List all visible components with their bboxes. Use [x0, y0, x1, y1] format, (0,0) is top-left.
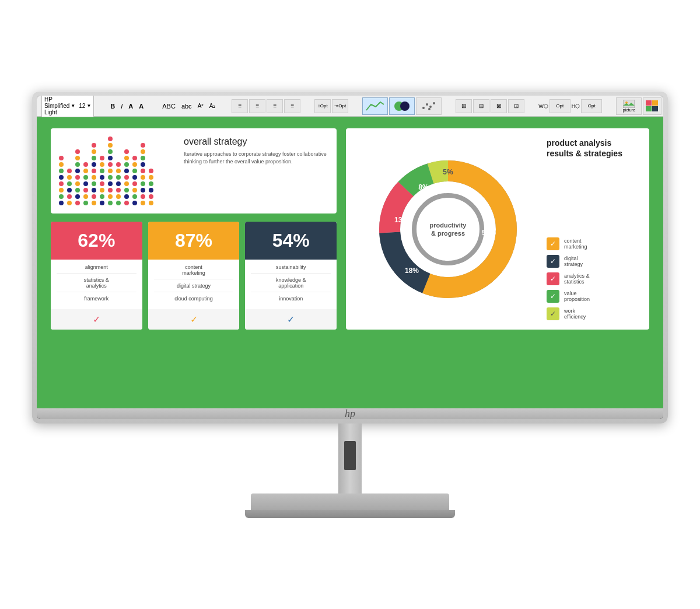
- dot: [116, 175, 121, 180]
- dot: [108, 201, 113, 205]
- layout2-icon[interactable]: ⊟: [473, 99, 489, 113]
- dot: [116, 169, 121, 173]
- monitor-chin: hp: [37, 408, 663, 419]
- layout1-icon[interactable]: ⊞: [456, 99, 472, 113]
- italic-button[interactable]: I: [118, 102, 125, 111]
- legend-item-2: ✓ digitalstrategy: [547, 255, 640, 268]
- align-left-icon[interactable]: ≡: [232, 99, 248, 113]
- dot: [100, 169, 104, 173]
- monitor-frame: HP Simplified Light ▼ 12 ▼ B I A A ABC a…: [32, 91, 668, 424]
- width-input[interactable]: Opt: [550, 99, 570, 113]
- size-arrow[interactable]: ▼: [86, 103, 91, 108]
- legend-icon-2: ✓: [547, 255, 559, 268]
- case-group: ABC abc A² A₂: [160, 102, 218, 111]
- layout4-icon[interactable]: ⊡: [508, 99, 524, 113]
- dot: [83, 188, 88, 192]
- dot: [59, 175, 64, 180]
- legend-label-3: analytics &statistics: [564, 273, 590, 285]
- stat-item-3-1: sustainability: [251, 264, 331, 274]
- dot: [141, 162, 145, 167]
- picture-icon[interactable]: picture: [616, 97, 642, 115]
- height-input[interactable]: Opt: [581, 99, 602, 113]
- font-a2-button[interactable]: A: [136, 102, 146, 111]
- monitor-stand-base: [251, 494, 449, 510]
- dot: [141, 188, 145, 192]
- align-right-icon[interactable]: ≡: [267, 99, 283, 113]
- dot: [108, 194, 113, 199]
- svg-point-2: [422, 107, 425, 109]
- abc-button[interactable]: ABC: [160, 102, 178, 111]
- height-label: H⬡: [572, 103, 580, 109]
- dot: [92, 149, 96, 154]
- dot: [75, 201, 80, 205]
- font-a1-button[interactable]: A: [126, 102, 135, 111]
- svg-rect-7: [623, 100, 635, 108]
- dot-col-5: [100, 156, 104, 205]
- dot: [83, 175, 88, 180]
- dot-col-11: [149, 169, 153, 205]
- legend-label-5: workefficiency: [564, 308, 586, 320]
- svg-point-6: [428, 108, 430, 110]
- label-8: 8%: [418, 183, 429, 191]
- line-chart-icon[interactable]: [362, 97, 388, 115]
- stat-check-2: ✓: [148, 309, 240, 330]
- size-group: W⬡ Opt H⬡ Opt: [538, 99, 602, 113]
- abc2-button[interactable]: abc: [179, 102, 194, 111]
- stat-card-1: 62% alignment statistics &analytics fram…: [51, 222, 142, 330]
- dot: [75, 162, 80, 167]
- layout3-icon[interactable]: ⊠: [491, 99, 507, 113]
- dot: [67, 175, 72, 180]
- layout-group: ⊞ ⊟ ⊠ ⊡: [456, 99, 524, 113]
- legend-label-2: digitalstrategy: [564, 256, 583, 267]
- dot: [132, 194, 137, 199]
- dot: [92, 162, 96, 167]
- subscript-button[interactable]: A₂: [207, 102, 218, 110]
- indent-icon[interactable]: ⇥Opt: [332, 99, 348, 113]
- bold-button[interactable]: B: [108, 102, 117, 111]
- stat-item-2-2: digital strategy: [154, 283, 234, 292]
- align-center-icon[interactable]: ≡: [249, 99, 265, 113]
- toolbar-row1: HP Simplified Light ▼ 12 ▼ B I A A ABC a…: [37, 96, 663, 117]
- dot-col-1: [67, 169, 72, 205]
- dot: [108, 188, 113, 192]
- color-grid-icon[interactable]: [643, 97, 662, 115]
- dot: [59, 201, 64, 205]
- dot: [149, 194, 153, 199]
- line-spacing-icon[interactable]: ↕Opt: [314, 99, 331, 113]
- grid-icon[interactable]: ⊞: [663, 97, 663, 115]
- stat-item-3-3: innovation: [251, 296, 331, 304]
- strategy-card: overall strategy Iterative approaches to…: [51, 128, 337, 214]
- svg-point-4: [429, 106, 432, 108]
- dot-col-9: [132, 156, 137, 205]
- stat-card-3: 54% sustainability knowledge &applicatio…: [245, 222, 337, 330]
- dot: [149, 181, 153, 186]
- dot: [83, 162, 88, 167]
- dropdown-arrow[interactable]: ▼: [71, 103, 75, 108]
- media-group: picture ⊞ ⎘: [616, 97, 663, 115]
- legend-items: ✓ contentmarketing ✓ digitalstrategy ✓ a: [547, 237, 640, 320]
- toggle-icon[interactable]: [389, 97, 415, 115]
- superscript-button[interactable]: A²: [195, 102, 206, 110]
- svg-rect-12: [652, 106, 658, 111]
- dot: [141, 194, 145, 199]
- monitor-screen: HP Simplified Light ▼ 12 ▼ B I A A ABC a…: [37, 96, 663, 419]
- dot: [141, 181, 145, 186]
- dot: [67, 188, 72, 192]
- justify-icon[interactable]: ≡: [284, 99, 300, 113]
- legend-icon-5: ✓: [547, 307, 559, 320]
- left-panel: overall strategy Iterative approaches to…: [51, 128, 337, 330]
- dot: [108, 143, 113, 148]
- dot: [124, 188, 129, 192]
- scatter-chart-icon[interactable]: [416, 97, 442, 115]
- legend-label-4: valueproposition: [564, 290, 590, 302]
- label-5: 5%: [443, 168, 453, 176]
- font-select[interactable]: HP Simplified Light ▼ 12 ▼: [41, 96, 94, 117]
- dot-col-6: [108, 136, 113, 205]
- dot: [92, 175, 96, 180]
- label-56: 56%: [482, 229, 496, 237]
- dot: [132, 156, 137, 160]
- dot: [75, 169, 80, 173]
- dot: [149, 169, 153, 173]
- legend-item-1: ✓ contentmarketing: [547, 237, 640, 250]
- svg-point-3: [426, 103, 428, 106]
